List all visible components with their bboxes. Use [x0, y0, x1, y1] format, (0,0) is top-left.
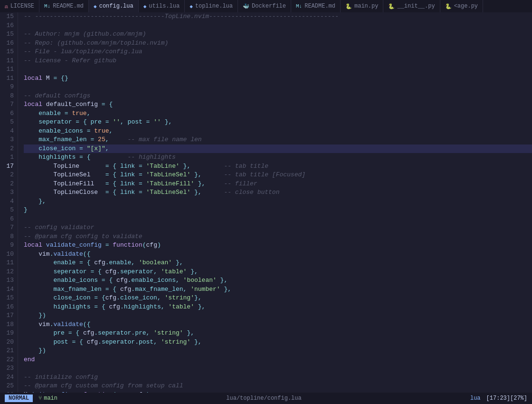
status-right: lua [17:23][27%] — [470, 395, 527, 402]
tab-topline-lua-label: topline.lua — [195, 3, 233, 10]
code-line: close_icon = {cfg.close_icon, 'string'}, — [24, 294, 532, 303]
md-icon-2: M↓ — [296, 3, 302, 9]
status-mode: NORMAL — [5, 394, 33, 402]
status-position: [17:23][27%] — [486, 395, 527, 402]
code-line: -- config validator — [24, 223, 532, 232]
tab-dockerfile-label: Dockerfile — [252, 3, 286, 10]
code-line: end — [24, 356, 532, 365]
code-line: max_fname_len = { cfg.max_fname_len, 'nu… — [24, 285, 532, 294]
code-line: M.init_config = function(user_cfg) — [24, 391, 532, 393]
editor-area: 15 16 15 16 15 11 11 11 9 8 7 6 5 4 3 2 … — [0, 12, 532, 393]
code-line: -- License - Refer github — [24, 57, 532, 66]
code-line: enable = { cfg.enable, 'boolean' }, — [24, 259, 532, 268]
code-line: }) — [24, 346, 532, 356]
status-filepath: lua/topline/config.lua — [226, 395, 301, 402]
tab-bar: ⚖ LICENSE M↓ README.md ◆ config.lua ◆ ut… — [0, 0, 532, 12]
code-line: TopLineClose = { link = 'TabLineSel' }, … — [24, 188, 532, 197]
code-line: TopLine = { link = 'TabLine' }, -- tab t… — [24, 162, 532, 171]
status-bar: NORMAL ⑂ main lua/topline/config.lua lua… — [0, 393, 532, 404]
code-line: highlights = { cfg.highlights, 'table' }… — [24, 303, 532, 312]
tab-main-py[interactable]: 🐍 main.py — [341, 0, 383, 12]
md-icon-1: M↓ — [44, 3, 50, 9]
branch-name: main — [44, 395, 57, 402]
tab-license-label: LICENSE — [10, 3, 34, 10]
code-line-current: close_icon = "[x]", — [24, 144, 532, 154]
tab-readme-label: README.md — [53, 3, 84, 10]
code-line: local default_config = { — [24, 100, 532, 109]
tab-readme-md[interactable]: M↓ README.md — [39, 0, 89, 12]
code-line — [24, 21, 532, 30]
code-line: } — [24, 206, 532, 215]
tab-topline-lua[interactable]: ◆ topline.lua — [185, 0, 238, 12]
tab-readme2-label: README.md — [304, 3, 335, 10]
code-line: vim.validate({ — [24, 320, 532, 329]
code-line: -- @param cfg custom config from setup c… — [24, 382, 532, 391]
tab-license[interactable]: ⚖ LICENSE — [0, 0, 39, 12]
code-area[interactable]: -- -----------------------------------To… — [18, 12, 532, 393]
code-line: vim.validate({ — [24, 250, 532, 259]
tab-utils-lua-label: utils.lua — [149, 3, 180, 10]
py-icon-init: 🐍 — [388, 3, 395, 10]
py-icon-main: 🐍 — [345, 3, 352, 10]
lua-icon-topline: ◆ — [190, 3, 193, 10]
py-icon-age: 🐍 — [445, 3, 452, 10]
branch-icon: ⑂ — [38, 395, 42, 402]
tab-utils-lua[interactable]: ◆ utils.lua — [139, 0, 185, 12]
line-numbers: 15 16 15 16 15 11 11 11 9 8 7 6 5 4 3 2 … — [0, 12, 18, 393]
code-line: enable_icons = true, — [24, 127, 532, 136]
code-line: pre = { cfg.seperator.pre, 'string' }, — [24, 329, 532, 338]
status-left: NORMAL ⑂ main — [5, 394, 57, 402]
tab-config-lua-label: config.lua — [99, 3, 133, 10]
code-line: highlights = { -- highlights — [24, 153, 532, 162]
code-line: }) — [24, 311, 532, 320]
code-line: TopLineSel = { link = 'TabLineSel' }, --… — [24, 171, 532, 180]
tab-config-lua[interactable]: ◆ config.lua — [89, 0, 139, 12]
tab-age-py[interactable]: 🐍 <age.py — [440, 0, 483, 12]
code-line: -- -----------------------------------To… — [24, 12, 532, 21]
status-branch: ⑂ main — [38, 395, 57, 402]
license-icon: ⚖ — [5, 3, 8, 10]
code-line — [24, 364, 532, 373]
code-line: seperator = { cfg.seperator, 'table' }, — [24, 268, 532, 277]
tab-init-py[interactable]: 🐍 __init__.py — [383, 0, 440, 12]
code-line — [24, 83, 532, 92]
tab-dockerfile[interactable]: 🐳 Dockerfile — [238, 0, 291, 12]
code-line: -- initialize config — [24, 373, 532, 382]
code-line: }, — [24, 197, 532, 206]
code-line: -- @param cfg config to validate — [24, 232, 532, 241]
tab-main-py-label: main.py — [354, 3, 378, 10]
tab-readme2-md[interactable]: M↓ README.md — [291, 0, 341, 12]
code-line: max_fname_len = 25, -- max file name len — [24, 135, 532, 144]
code-line: seperator = { pre = '', post = '' }, — [24, 118, 532, 127]
code-line: local validate_config = function(cfg) — [24, 241, 532, 250]
code-line — [24, 65, 532, 74]
lua-icon-config: ◆ — [94, 3, 97, 10]
code-line — [24, 215, 532, 224]
code-line: local M = {} — [24, 74, 532, 83]
tab-init-py-label: __init__.py — [397, 3, 435, 10]
code-line: -- Repo: (github.com/mnjm/topline.nvim) — [24, 39, 532, 48]
tab-age-py-label: <age.py — [454, 3, 478, 10]
docker-icon: 🐳 — [243, 3, 249, 10]
code-line: -- Author: mnjm (github.com/mnjm) — [24, 30, 532, 39]
code-line: -- default configs — [24, 92, 532, 101]
code-line: enable_icons = { cfg.enable_icons, 'bool… — [24, 276, 532, 285]
status-filetype: lua — [470, 395, 481, 402]
lua-icon-utils: ◆ — [143, 3, 147, 10]
code-line: enable = true, — [24, 109, 532, 118]
code-line: -- File - lua/topline/config.lua — [24, 48, 532, 57]
code-line: TopLineFill = { link = 'TabLineFill' }, … — [24, 180, 532, 189]
code-line: post = { cfg.seperator.post, 'string' }, — [24, 338, 532, 347]
